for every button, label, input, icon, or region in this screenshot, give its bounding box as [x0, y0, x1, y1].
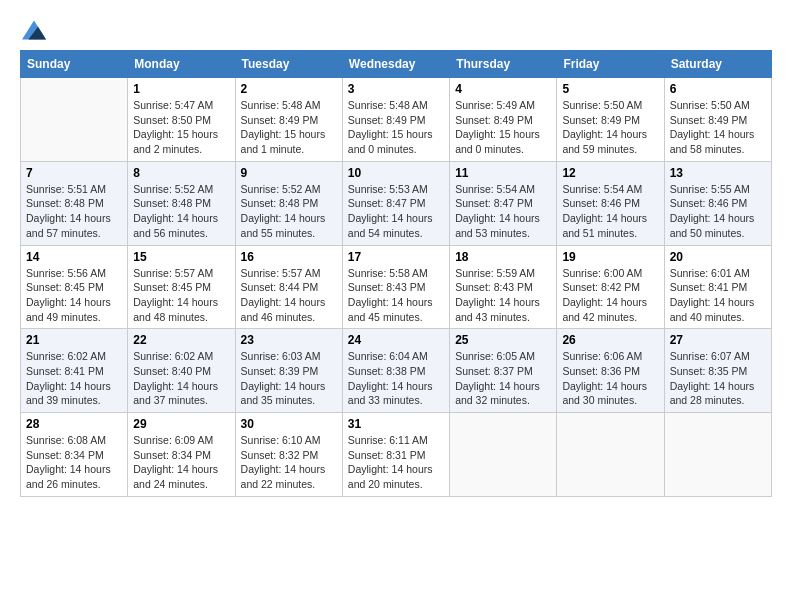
calendar-cell: 13Sunrise: 5:55 AM Sunset: 8:46 PM Dayli… [664, 161, 771, 245]
day-info: Sunrise: 6:08 AM Sunset: 8:34 PM Dayligh… [26, 433, 122, 492]
calendar-cell: 7Sunrise: 5:51 AM Sunset: 8:48 PM Daylig… [21, 161, 128, 245]
day-number: 8 [133, 166, 229, 180]
day-number: 1 [133, 82, 229, 96]
day-info: Sunrise: 6:09 AM Sunset: 8:34 PM Dayligh… [133, 433, 229, 492]
calendar-cell: 20Sunrise: 6:01 AM Sunset: 8:41 PM Dayli… [664, 245, 771, 329]
calendar-cell: 22Sunrise: 6:02 AM Sunset: 8:40 PM Dayli… [128, 329, 235, 413]
calendar-cell: 12Sunrise: 5:54 AM Sunset: 8:46 PM Dayli… [557, 161, 664, 245]
day-info: Sunrise: 6:04 AM Sunset: 8:38 PM Dayligh… [348, 349, 444, 408]
calendar-cell: 6Sunrise: 5:50 AM Sunset: 8:49 PM Daylig… [664, 78, 771, 162]
day-info: Sunrise: 6:03 AM Sunset: 8:39 PM Dayligh… [241, 349, 337, 408]
calendar-cell: 5Sunrise: 5:50 AM Sunset: 8:49 PM Daylig… [557, 78, 664, 162]
day-info: Sunrise: 5:56 AM Sunset: 8:45 PM Dayligh… [26, 266, 122, 325]
day-info: Sunrise: 6:00 AM Sunset: 8:42 PM Dayligh… [562, 266, 658, 325]
day-number: 25 [455, 333, 551, 347]
day-info: Sunrise: 5:52 AM Sunset: 8:48 PM Dayligh… [133, 182, 229, 241]
calendar-cell: 21Sunrise: 6:02 AM Sunset: 8:41 PM Dayli… [21, 329, 128, 413]
day-number: 9 [241, 166, 337, 180]
day-number: 31 [348, 417, 444, 431]
day-info: Sunrise: 5:55 AM Sunset: 8:46 PM Dayligh… [670, 182, 766, 241]
day-number: 27 [670, 333, 766, 347]
day-info: Sunrise: 5:50 AM Sunset: 8:49 PM Dayligh… [670, 98, 766, 157]
calendar-cell: 14Sunrise: 5:56 AM Sunset: 8:45 PM Dayli… [21, 245, 128, 329]
calendar-cell [450, 413, 557, 497]
calendar-week-row: 7Sunrise: 5:51 AM Sunset: 8:48 PM Daylig… [21, 161, 772, 245]
day-info: Sunrise: 5:49 AM Sunset: 8:49 PM Dayligh… [455, 98, 551, 157]
day-number: 18 [455, 250, 551, 264]
day-info: Sunrise: 5:48 AM Sunset: 8:49 PM Dayligh… [348, 98, 444, 157]
day-info: Sunrise: 5:54 AM Sunset: 8:46 PM Dayligh… [562, 182, 658, 241]
calendar-cell: 10Sunrise: 5:53 AM Sunset: 8:47 PM Dayli… [342, 161, 449, 245]
calendar-cell: 3Sunrise: 5:48 AM Sunset: 8:49 PM Daylig… [342, 78, 449, 162]
day-info: Sunrise: 6:01 AM Sunset: 8:41 PM Dayligh… [670, 266, 766, 325]
day-info: Sunrise: 5:57 AM Sunset: 8:45 PM Dayligh… [133, 266, 229, 325]
calendar-week-row: 21Sunrise: 6:02 AM Sunset: 8:41 PM Dayli… [21, 329, 772, 413]
calendar-cell: 29Sunrise: 6:09 AM Sunset: 8:34 PM Dayli… [128, 413, 235, 497]
logo [20, 20, 46, 40]
calendar-cell [557, 413, 664, 497]
day-info: Sunrise: 5:57 AM Sunset: 8:44 PM Dayligh… [241, 266, 337, 325]
day-number: 28 [26, 417, 122, 431]
calendar-week-row: 1Sunrise: 5:47 AM Sunset: 8:50 PM Daylig… [21, 78, 772, 162]
day-info: Sunrise: 6:07 AM Sunset: 8:35 PM Dayligh… [670, 349, 766, 408]
day-info: Sunrise: 5:59 AM Sunset: 8:43 PM Dayligh… [455, 266, 551, 325]
day-info: Sunrise: 6:06 AM Sunset: 8:36 PM Dayligh… [562, 349, 658, 408]
calendar-table: SundayMondayTuesdayWednesdayThursdayFrid… [20, 50, 772, 497]
day-info: Sunrise: 5:54 AM Sunset: 8:47 PM Dayligh… [455, 182, 551, 241]
day-info: Sunrise: 6:11 AM Sunset: 8:31 PM Dayligh… [348, 433, 444, 492]
calendar-cell: 23Sunrise: 6:03 AM Sunset: 8:39 PM Dayli… [235, 329, 342, 413]
day-number: 20 [670, 250, 766, 264]
day-number: 23 [241, 333, 337, 347]
day-number: 26 [562, 333, 658, 347]
calendar-cell: 25Sunrise: 6:05 AM Sunset: 8:37 PM Dayli… [450, 329, 557, 413]
calendar-cell [21, 78, 128, 162]
calendar-cell: 31Sunrise: 6:11 AM Sunset: 8:31 PM Dayli… [342, 413, 449, 497]
day-info: Sunrise: 5:52 AM Sunset: 8:48 PM Dayligh… [241, 182, 337, 241]
day-info: Sunrise: 5:53 AM Sunset: 8:47 PM Dayligh… [348, 182, 444, 241]
column-header-monday: Monday [128, 51, 235, 78]
day-number: 5 [562, 82, 658, 96]
day-number: 24 [348, 333, 444, 347]
calendar-week-row: 14Sunrise: 5:56 AM Sunset: 8:45 PM Dayli… [21, 245, 772, 329]
day-number: 13 [670, 166, 766, 180]
calendar-cell: 8Sunrise: 5:52 AM Sunset: 8:48 PM Daylig… [128, 161, 235, 245]
day-number: 16 [241, 250, 337, 264]
calendar-cell: 15Sunrise: 5:57 AM Sunset: 8:45 PM Dayli… [128, 245, 235, 329]
day-info: Sunrise: 6:02 AM Sunset: 8:41 PM Dayligh… [26, 349, 122, 408]
calendar-cell: 19Sunrise: 6:00 AM Sunset: 8:42 PM Dayli… [557, 245, 664, 329]
column-header-sunday: Sunday [21, 51, 128, 78]
day-number: 2 [241, 82, 337, 96]
day-number: 6 [670, 82, 766, 96]
day-info: Sunrise: 5:51 AM Sunset: 8:48 PM Dayligh… [26, 182, 122, 241]
calendar-header-row: SundayMondayTuesdayWednesdayThursdayFrid… [21, 51, 772, 78]
calendar-cell: 18Sunrise: 5:59 AM Sunset: 8:43 PM Dayli… [450, 245, 557, 329]
column-header-wednesday: Wednesday [342, 51, 449, 78]
day-number: 12 [562, 166, 658, 180]
calendar-cell: 28Sunrise: 6:08 AM Sunset: 8:34 PM Dayli… [21, 413, 128, 497]
calendar-cell: 24Sunrise: 6:04 AM Sunset: 8:38 PM Dayli… [342, 329, 449, 413]
day-number: 29 [133, 417, 229, 431]
calendar-cell: 2Sunrise: 5:48 AM Sunset: 8:49 PM Daylig… [235, 78, 342, 162]
day-number: 22 [133, 333, 229, 347]
day-number: 17 [348, 250, 444, 264]
day-info: Sunrise: 5:47 AM Sunset: 8:50 PM Dayligh… [133, 98, 229, 157]
page-header [20, 20, 772, 40]
day-number: 3 [348, 82, 444, 96]
calendar-cell: 26Sunrise: 6:06 AM Sunset: 8:36 PM Dayli… [557, 329, 664, 413]
day-number: 10 [348, 166, 444, 180]
day-info: Sunrise: 6:10 AM Sunset: 8:32 PM Dayligh… [241, 433, 337, 492]
day-number: 4 [455, 82, 551, 96]
calendar-cell [664, 413, 771, 497]
day-number: 21 [26, 333, 122, 347]
day-number: 15 [133, 250, 229, 264]
day-info: Sunrise: 5:58 AM Sunset: 8:43 PM Dayligh… [348, 266, 444, 325]
calendar-week-row: 28Sunrise: 6:08 AM Sunset: 8:34 PM Dayli… [21, 413, 772, 497]
day-info: Sunrise: 5:50 AM Sunset: 8:49 PM Dayligh… [562, 98, 658, 157]
logo-icon [22, 20, 46, 40]
column-header-thursday: Thursday [450, 51, 557, 78]
day-number: 30 [241, 417, 337, 431]
day-info: Sunrise: 5:48 AM Sunset: 8:49 PM Dayligh… [241, 98, 337, 157]
calendar-cell: 4Sunrise: 5:49 AM Sunset: 8:49 PM Daylig… [450, 78, 557, 162]
calendar-cell: 27Sunrise: 6:07 AM Sunset: 8:35 PM Dayli… [664, 329, 771, 413]
day-number: 7 [26, 166, 122, 180]
